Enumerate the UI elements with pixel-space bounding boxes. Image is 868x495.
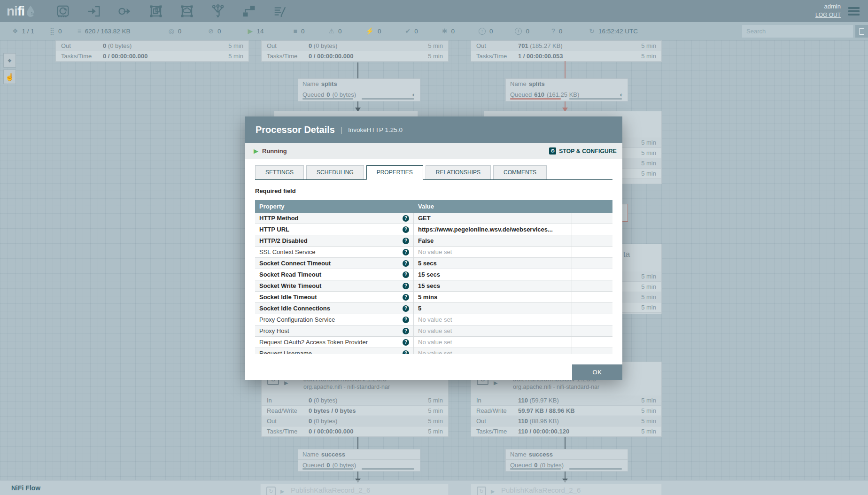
tab-properties[interactable]: PROPERTIES — [366, 165, 423, 180]
help-icon[interactable]: ? — [403, 283, 409, 289]
navigate-palette-button[interactable]: ⌖ — [3, 53, 16, 68]
stat-row: Tasks/Time0 / 00:00:00.000 5 min — [262, 51, 448, 62]
locally-modified-stale-icon: ! — [515, 28, 522, 35]
stat-cluster: ❖1 / 1 — [12, 28, 34, 35]
stat-row: Out0 (0 bytes)5 min — [262, 41, 448, 51]
cluster-icon: ❖ — [12, 28, 18, 34]
template-tool-icon[interactable] — [240, 3, 257, 20]
help-icon[interactable]: ? — [403, 226, 409, 233]
transmitting-icon: ◎ — [169, 28, 174, 34]
processor-bundle: org.apache.nifi - nifi-standard-nar — [303, 384, 390, 390]
search-input[interactable] — [742, 25, 853, 38]
stat-row: Out701 (185.27 KB)5 min — [471, 41, 661, 51]
last-refresh[interactable]: ↻16:52:42 UTC — [589, 28, 638, 35]
remote-process-group-tool-icon[interactable] — [178, 3, 195, 20]
column-value: Value — [414, 203, 572, 210]
label-tool-icon[interactable] — [271, 3, 288, 20]
help-icon[interactable]: ? — [403, 339, 409, 346]
stat-not-transmitting: ⊘0 — [208, 28, 221, 35]
connection-line — [357, 437, 358, 449]
property-row: Request Username?No value set — [255, 348, 612, 354]
stat-row: Tasks/Time0 / 00:00:00.000 5 min — [56, 51, 248, 62]
up-to-date-icon: ✔ — [405, 28, 411, 34]
processor-tool-icon[interactable] — [54, 3, 71, 20]
stat-running: ▶14 — [248, 28, 264, 35]
properties-table: Property Value HTTP Method?GET HTTP URL?… — [255, 200, 612, 354]
global-menu-icon[interactable] — [848, 6, 860, 17]
run-status-icon: ▶ — [284, 380, 288, 386]
property-row: Socket Connect Timeout?5 secs — [255, 258, 612, 269]
column-property: Property — [255, 203, 414, 210]
dialog-body: SETTINGS SCHEDULING PROPERTIES RELATIONS… — [245, 159, 622, 380]
logout-link[interactable]: LOG OUT — [815, 11, 841, 19]
funnel-tool-icon[interactable] — [209, 3, 226, 20]
operate-palette-button[interactable]: ☝ — [3, 70, 16, 84]
connection-line — [357, 62, 358, 78]
property-row: Request OAuth2 Access Token Provider?No … — [255, 337, 612, 348]
ports-icon: ⣿ — [50, 28, 54, 34]
search-filter-icon[interactable] — [855, 25, 868, 38]
run-status-icon: ▶ — [494, 380, 497, 386]
stat-row: Out0 (0 bytes)5 min — [56, 41, 248, 51]
help-icon[interactable]: ? — [403, 271, 409, 278]
dialog-header: Processor Details | InvokeHTTP 1.25.0 — [245, 116, 622, 143]
tab-scheduling[interactable]: SCHEDULING — [306, 165, 364, 179]
user-box: admin LOG OUT — [815, 2, 841, 19]
connection-line — [357, 472, 358, 479]
title-separator: | — [341, 126, 342, 134]
tab-relationships[interactable]: RELATIONSHIPS — [426, 165, 491, 179]
ok-button[interactable]: OK — [572, 364, 622, 380]
help-icon[interactable]: ? — [403, 294, 409, 301]
help-icon[interactable]: ? — [403, 249, 409, 255]
nifi-logo: nifi — [7, 4, 36, 19]
property-row: Proxy Host?No value set — [255, 325, 612, 337]
property-row: Socket Read Timeout?15 secs — [255, 269, 612, 280]
help-icon[interactable]: ? — [403, 305, 409, 312]
stopped-icon: ■ — [293, 28, 297, 34]
stat-stopped: ■0 — [293, 28, 304, 35]
property-row: Socket Idle Connections?5 — [255, 303, 612, 314]
processor-stats-partial: Out701 (185.27 KB)5 min Tasks/Time1 / 00… — [471, 40, 662, 62]
help-icon[interactable]: ? — [403, 328, 409, 334]
stat-invalid: ⚠0 — [328, 28, 341, 35]
breadcrumb: NiFi Flow — [11, 484, 40, 492]
disabled-icon: ⚡ — [365, 28, 373, 34]
breadcrumb-bar: NiFi Flow — [0, 480, 868, 495]
property-row: Socket Idle Timeout?5 mins — [255, 292, 612, 303]
help-icon[interactable]: ? — [403, 260, 409, 267]
load-balance-icon: ◐ — [412, 91, 416, 98]
help-icon[interactable]: ? — [403, 317, 409, 323]
connection-line — [565, 472, 566, 479]
app-header: nifi admin LOG OUT — [0, 0, 868, 22]
gear-icon: ⚙ — [549, 147, 556, 155]
stat-disabled: ⚡0 — [365, 28, 381, 35]
property-row: HTTP URL?https://www.pegelonline.wsv.de/… — [255, 224, 612, 235]
stale-icon: ↑ — [479, 28, 486, 35]
help-icon[interactable]: ? — [403, 238, 409, 244]
stat-queued: ≡620 / 163.82 KB — [78, 28, 131, 35]
help-icon[interactable]: ? — [403, 350, 409, 355]
sync-failure-icon: ? — [551, 28, 555, 34]
dialog-tabs: SETTINGS SCHEDULING PROPERTIES RELATIONS… — [255, 165, 612, 180]
tab-settings[interactable]: SETTINGS — [255, 165, 304, 179]
connection-line-backpressure — [565, 61, 566, 78]
refresh-icon[interactable]: ↻ — [589, 28, 595, 34]
process-group-tool-icon[interactable] — [147, 3, 164, 20]
property-row: Socket Write Timeout?15 secs — [255, 280, 612, 292]
navigate-icon: ⌖ — [8, 56, 11, 65]
processor-name-fragment: ta — [623, 250, 630, 259]
stop-and-configure-button[interactable]: ⚙ STOP & CONFIGURE — [549, 147, 617, 155]
input-port-tool-icon[interactable] — [85, 3, 102, 20]
running-status-icon: ▶ — [254, 147, 258, 155]
current-user: admin — [815, 2, 841, 11]
stat-locally-modified-stale: !0 — [515, 28, 529, 35]
stat-locally-modified: ✱0 — [442, 28, 455, 35]
output-port-tool-icon[interactable] — [116, 3, 133, 20]
stat-stale: ↑0 — [479, 28, 493, 35]
processor-stats-partial: Out0 (0 bytes)5 min Tasks/Time0 / 00:00:… — [261, 40, 449, 62]
property-row: HTTP/2 Disabled?False — [255, 235, 612, 247]
property-row: Proxy Configuration Service?No value set — [255, 314, 612, 325]
tab-comments[interactable]: COMMENTS — [493, 165, 547, 179]
help-icon[interactable]: ? — [403, 215, 409, 222]
processor-details-dialog: Processor Details | InvokeHTTP 1.25.0 ▶ … — [245, 116, 622, 380]
